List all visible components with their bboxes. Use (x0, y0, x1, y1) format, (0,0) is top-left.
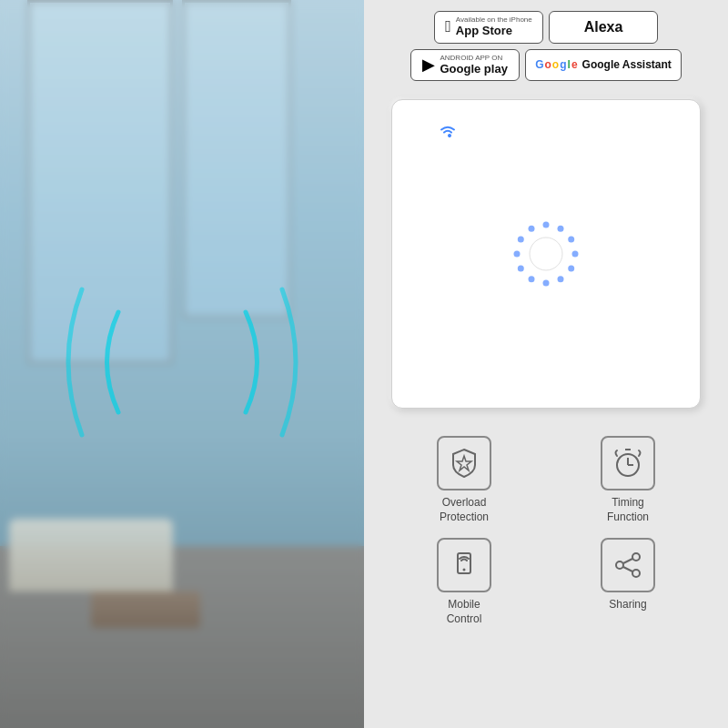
svg-point-9 (514, 251, 521, 258)
timing-function-label: TimingFunction (607, 496, 649, 524)
google-assistant-badge[interactable]: Google Google Assistant (525, 49, 682, 82)
svg-point-0 (543, 222, 550, 228)
sharing-icon-box (601, 538, 655, 592)
touch-switch-button[interactable] (505, 213, 587, 295)
google-play-icon: ▶ (422, 55, 435, 75)
svg-point-5 (558, 276, 564, 282)
svg-line-23 (623, 559, 632, 563)
wifi-signal-arcs (55, 217, 309, 511)
overload-protection-label: OverloadProtection (440, 496, 489, 524)
room-background (0, 0, 364, 728)
google-dot-icon: Google (535, 58, 577, 71)
shield-star-icon (448, 447, 480, 480)
app-store-text: Available on the iPhone App Store (456, 16, 532, 38)
svg-point-20 (632, 553, 640, 561)
feature-mobile-control: MobileControl (391, 538, 537, 626)
svg-point-4 (568, 266, 574, 272)
smart-switch-panel (391, 99, 701, 409)
app-store-sub: Available on the iPhone (456, 16, 532, 24)
features-grid: OverloadProtection TimingFunction (364, 418, 728, 644)
app-store-main: App Store (456, 24, 532, 38)
feature-sharing: Sharing (555, 538, 701, 626)
svg-point-6 (543, 280, 550, 287)
svg-point-21 (616, 561, 623, 569)
badges-row-1:  Available on the iPhone App Store Alex… (364, 0, 728, 49)
timing-function-icon-box (601, 436, 655, 490)
mobile-wifi-icon (448, 549, 480, 581)
svg-point-8 (518, 266, 524, 272)
apple-icon:  (445, 17, 451, 36)
sharing-label: Sharing (609, 598, 646, 612)
svg-point-12 (530, 238, 562, 270)
share-icon (612, 549, 644, 581)
svg-marker-13 (457, 456, 471, 470)
wifi-indicator (438, 123, 458, 144)
google-assistant-label: Google Assistant (582, 58, 672, 71)
mobile-control-label: MobileControl (447, 598, 482, 626)
mobile-control-icon-box (437, 538, 491, 592)
svg-point-1 (558, 226, 564, 232)
app-store-badge[interactable]:  Available on the iPhone App Store (434, 11, 543, 44)
right-panel:  Available on the iPhone App Store Alex… (364, 0, 728, 728)
google-play-badge[interactable]: ▶ ANDROID APP ON Google play (410, 49, 520, 82)
svg-point-7 (529, 276, 535, 282)
badges-row-2: ▶ ANDROID APP ON Google play Google Goog… (364, 49, 728, 91)
overload-protection-icon-box (437, 436, 491, 490)
alexa-badge[interactable]: Alexa (549, 11, 658, 44)
svg-point-3 (572, 251, 579, 258)
svg-point-10 (518, 237, 524, 243)
google-play-main: Google play (440, 62, 507, 76)
dot-ring-svg (505, 213, 587, 295)
svg-point-2 (568, 237, 574, 243)
svg-line-24 (623, 567, 632, 571)
feature-overload-protection: OverloadProtection (391, 436, 537, 524)
feature-timing-function: TimingFunction (555, 436, 701, 524)
svg-point-22 (632, 570, 640, 577)
google-play-text: ANDROID APP ON Google play (440, 55, 507, 76)
alexa-label: Alexa (584, 19, 623, 35)
alarm-clock-icon (612, 447, 644, 480)
svg-point-11 (529, 226, 535, 232)
google-play-sub: ANDROID APP ON (440, 55, 507, 62)
